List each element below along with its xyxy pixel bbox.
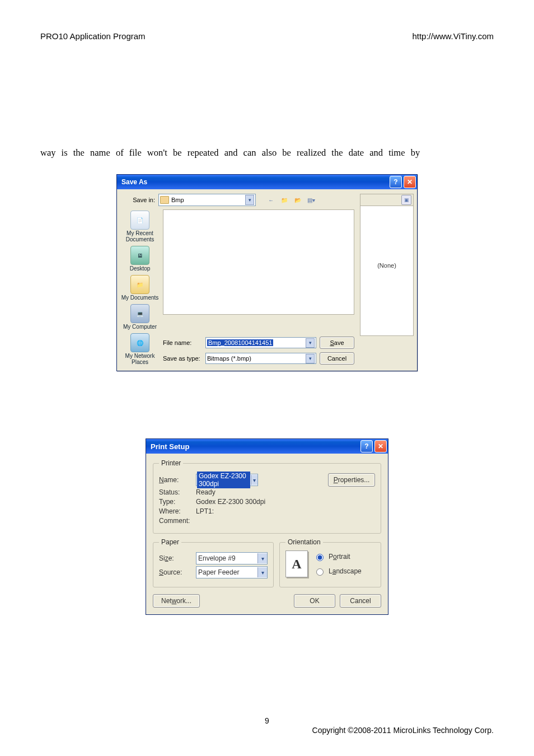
network-button[interactable]: Network... xyxy=(153,594,200,608)
file-name-label: File name: xyxy=(163,339,202,346)
desktop-icon: 🖥 xyxy=(130,246,149,265)
place-desktop[interactable]: 🖥 Desktop xyxy=(130,246,151,272)
place-network[interactable]: 🌐 My Network Places xyxy=(125,333,155,365)
recent-documents-icon: 📄 xyxy=(130,211,149,230)
save-in-dropdown[interactable]: Bmp ▾ xyxy=(158,194,256,206)
file-name-input[interactable]: Bmp_20081004141451 ▾ xyxy=(205,337,316,348)
views-icon[interactable]: ▤▾ xyxy=(306,195,316,205)
landscape-radio[interactable]: Landscape xyxy=(313,567,362,576)
up-folder-icon[interactable]: 📁 xyxy=(279,195,289,205)
place-computer[interactable]: 💻 My Computer xyxy=(123,304,157,330)
close-button[interactable]: ✕ xyxy=(374,440,387,452)
header-right: http://www.ViTiny.com xyxy=(412,31,494,41)
orientation-legend: Orientation xyxy=(285,538,323,546)
page-number: 9 xyxy=(0,716,534,725)
print-setup-title: Print Setup xyxy=(151,442,359,451)
save-as-titlebar[interactable]: Save As ? ✕ xyxy=(117,175,417,189)
chevron-down-icon[interactable]: ▾ xyxy=(251,475,257,485)
file-name-value: Bmp_20081004141451 xyxy=(207,339,273,346)
preview-toggle-icon[interactable]: ▣ xyxy=(401,195,411,205)
preview-pane: ▣ (None) xyxy=(360,194,414,336)
help-button[interactable]: ? xyxy=(360,440,373,452)
save-type-value: Bitmaps (*.bmp) xyxy=(207,355,251,362)
my-documents-icon: 📁 xyxy=(130,275,149,294)
header-left: PRO10 Application Program xyxy=(40,31,146,41)
status-value: Ready xyxy=(196,488,216,496)
print-setup-titlebar[interactable]: Print Setup ? ✕ xyxy=(146,439,388,454)
status-label: Status: xyxy=(159,488,191,496)
printer-name-dropdown[interactable]: Godex EZ-2300 300dpi ▾ xyxy=(196,474,258,486)
preview-none-text: (None) xyxy=(360,262,413,269)
save-type-dropdown[interactable]: Bitmaps (*.bmp) ▾ xyxy=(205,353,316,364)
printer-name-value: Godex EZ-2300 300dpi xyxy=(197,472,250,488)
ok-button[interactable]: OK xyxy=(294,594,335,608)
cancel-button[interactable]: Cancel xyxy=(320,352,354,365)
folder-icon xyxy=(160,196,169,204)
help-button[interactable]: ? xyxy=(390,176,402,188)
print-setup-dialog: Print Setup ? ✕ Printer Name: Godex EZ-2… xyxy=(146,438,388,615)
type-value: Godex EZ-2300 300dpi xyxy=(196,498,265,506)
cancel-button[interactable]: Cancel xyxy=(340,594,381,608)
save-as-title: Save As xyxy=(121,178,388,186)
printer-group: Printer Name: Godex EZ-2300 300dpi ▾ Pro… xyxy=(153,459,381,534)
save-as-dialog: Save As ? ✕ Save in: Bmp ▾ ← 📁 📂 ▤▾ xyxy=(116,174,418,371)
paper-source-dropdown[interactable]: Paper Feeder ▾ xyxy=(196,566,268,578)
orientation-group: Orientation A Portrait Landscape xyxy=(279,538,381,587)
chevron-down-icon[interactable]: ▾ xyxy=(306,338,315,348)
save-in-label: Save in: xyxy=(120,197,155,203)
paper-legend: Paper xyxy=(159,538,181,546)
places-bar: 📄 My Recent Documents 🖥 Desktop 📁 My Doc… xyxy=(120,209,160,365)
paper-source-value: Paper Feeder xyxy=(196,568,241,576)
save-button[interactable]: Save xyxy=(320,337,354,349)
body-text: way is the name of file won't be repeate… xyxy=(40,147,494,158)
save-type-label: Save as type: xyxy=(163,355,202,362)
size-label: Size: xyxy=(159,554,191,562)
comment-label: Comment: xyxy=(159,517,191,525)
paper-size-dropdown[interactable]: Envelope #9 ▾ xyxy=(196,552,268,564)
where-label: Where: xyxy=(159,507,191,515)
chevron-down-icon[interactable]: ▾ xyxy=(245,195,254,205)
source-label: Source: xyxy=(159,568,191,576)
page-header: PRO10 Application Program http://www.ViT… xyxy=(40,31,494,41)
portrait-radio[interactable]: Portrait xyxy=(313,552,362,561)
chevron-down-icon[interactable]: ▾ xyxy=(257,553,267,563)
chevron-down-icon[interactable]: ▾ xyxy=(257,567,267,577)
copyright-text: Copyright ©2008-2011 MicroLinks Technolo… xyxy=(312,726,494,735)
type-label: Type: xyxy=(159,498,191,506)
my-computer-icon: 💻 xyxy=(130,304,149,323)
place-recent[interactable]: 📄 My Recent Documents xyxy=(126,211,154,242)
save-in-value: Bmp xyxy=(171,197,184,203)
where-value: LPT1: xyxy=(196,507,214,515)
properties-button[interactable]: Properties... xyxy=(328,473,375,487)
new-folder-icon[interactable]: 📂 xyxy=(293,195,303,205)
paper-size-value: Envelope #9 xyxy=(196,554,237,562)
printer-name-label: Name: xyxy=(159,476,191,484)
chevron-down-icon[interactable]: ▾ xyxy=(306,354,315,363)
printer-legend: Printer xyxy=(159,459,183,467)
back-icon[interactable]: ← xyxy=(266,195,276,205)
network-places-icon: 🌐 xyxy=(130,333,149,352)
file-list[interactable] xyxy=(163,209,354,315)
orientation-preview-icon: A xyxy=(285,550,308,577)
paper-group: Paper Size: Envelope #9 ▾ Source: Paper … xyxy=(153,538,274,587)
close-button[interactable]: ✕ xyxy=(404,176,416,188)
place-documents[interactable]: 📁 My Documents xyxy=(121,275,159,301)
